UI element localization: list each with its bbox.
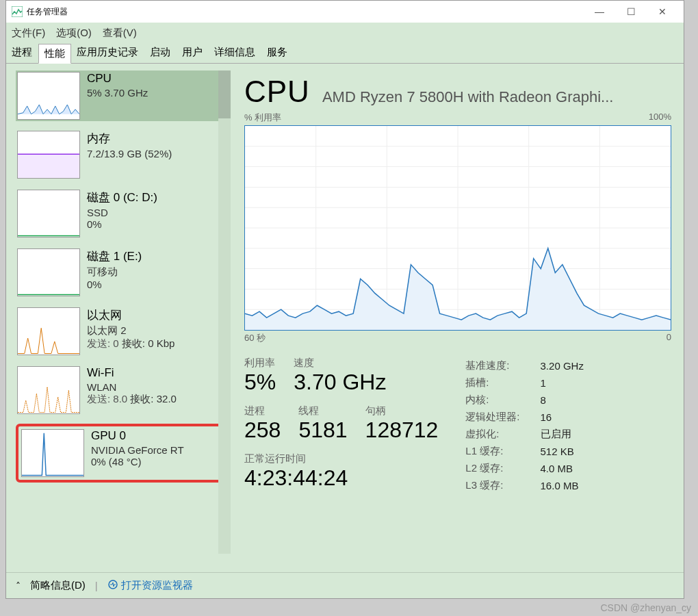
disk-thumb-chart — [17, 190, 80, 238]
menu-options[interactable]: 选项(O) — [56, 27, 92, 40]
window-title: 任务管理器 — [27, 6, 68, 18]
stat-uptime: 4:23:44:24 — [244, 465, 438, 491]
card-title: 磁盘 1 (E:) — [87, 248, 224, 264]
info-row: L2 缓存:4.0 MB — [465, 461, 589, 476]
gpu-thumb-chart — [21, 429, 84, 477]
task-manager-window: 任务管理器 — ☐ ✕ 文件(F) 选项(O) 查看(V) 进程 性能 应用历史… — [5, 0, 684, 599]
stat-handles: 128712 — [365, 418, 439, 443]
net-thumb-chart — [17, 366, 80, 414]
sidebar-item-gpu-0[interactable]: GPU 0 NVIDIA GeForce RT 0% (48 °C) — [16, 424, 225, 483]
stat-threads: 5181 — [298, 418, 347, 443]
tab-processes[interactable]: 进程 — [6, 43, 38, 63]
card-title: GPU 0 — [91, 429, 220, 443]
sidebar-item-disk-1[interactable]: 磁盘 1 (E:) 可移动 0% — [16, 247, 225, 298]
stat-speed: 3.70 GHz — [294, 370, 386, 395]
content: CPU 5% 3.70 GHz 内存 7.2/13.9 GB (52%) 磁盘 … — [6, 64, 684, 572]
app-icon — [12, 6, 23, 17]
chart-label-bottom-right: 0 — [667, 332, 671, 344]
cpu-thumb-chart — [17, 72, 80, 120]
card-sub2: 0% — [87, 218, 224, 230]
info-row: 基准速度:3.20 GHz — [465, 358, 589, 374]
info-row: 虚拟化:已启用 — [465, 426, 589, 442]
info-row: 逻辑处理器:16 — [465, 409, 589, 425]
chevron-up-icon[interactable]: ˄ — [16, 580, 21, 591]
net-thumb-chart — [17, 307, 80, 355]
card-sub: SSD — [87, 207, 224, 218]
sidebar-item-ethernet[interactable]: 以太网 以太网 2 发送: 0 接收: 0 Kbp — [16, 306, 225, 357]
sidebar-scrollbar[interactable] — [218, 70, 231, 554]
info-row: 内核:8 — [465, 392, 589, 408]
stat-label: 正常运行时间 — [244, 452, 438, 465]
card-sub2: 0% (48 °C) — [91, 456, 220, 467]
card-title: Wi-Fi — [87, 366, 224, 380]
card-title: CPU — [87, 72, 224, 86]
sidebar-item-disk-0[interactable]: 磁盘 0 (C: D:) SSD 0% — [16, 188, 225, 239]
stat-label: 句柄 — [365, 405, 439, 418]
titlebar[interactable]: 任务管理器 — ☐ ✕ — [6, 1, 684, 23]
card-sub: 5% 3.70 GHz — [87, 87, 224, 99]
tab-app-history[interactable]: 应用历史记录 — [71, 43, 144, 63]
footer: ˄ 简略信息(D) | 打开资源监视器 — [6, 572, 684, 598]
sidebar: CPU 5% 3.70 GHz 内存 7.2/13.9 GB (52%) 磁盘 … — [6, 64, 232, 572]
tab-users[interactable]: 用户 — [177, 43, 209, 63]
open-resource-monitor[interactable]: 打开资源监视器 — [107, 579, 193, 592]
watermark: CSDN @zhenyan_cy — [601, 602, 692, 613]
minimize-button[interactable]: — — [584, 1, 615, 23]
svg-rect-1 — [18, 154, 79, 178]
stat-utilization: 5% — [244, 370, 276, 395]
info-row: L3 缓存:16.0 MB — [465, 478, 589, 493]
stat-label: 线程 — [298, 405, 347, 418]
chart-label-top-right: 100% — [649, 112, 671, 124]
menu-file[interactable]: 文件(F) — [12, 27, 45, 40]
main-subtitle: AMD Ryzen 7 5800H with Radeon Graphi... — [322, 88, 671, 106]
menu-view[interactable]: 查看(V) — [103, 27, 137, 40]
tab-performance[interactable]: 性能 — [38, 44, 71, 64]
stat-processes: 258 — [244, 418, 281, 443]
card-sub: NVIDIA GeForce RT — [91, 444, 220, 456]
sidebar-item-memory[interactable]: 内存 7.2/13.9 GB (52%) — [16, 129, 225, 180]
tabbar: 进程 性能 应用历史记录 启动 用户 详细信息 服务 — [6, 43, 684, 64]
tab-startup[interactable]: 启动 — [144, 43, 177, 63]
stat-label: 速度 — [294, 357, 386, 370]
chart-label-bottom-left: 60 秒 — [244, 332, 266, 344]
card-sub: 可移动 — [87, 266, 224, 279]
stat-label: 进程 — [244, 405, 281, 418]
cpu-info-table: 基准速度:3.20 GHz插槽:1内核:8逻辑处理器:16虚拟化:已启用L1 缓… — [464, 357, 591, 495]
tab-services[interactable]: 服务 — [261, 43, 294, 63]
sidebar-item-cpu[interactable]: CPU 5% 3.70 GHz — [16, 70, 225, 121]
card-sub2: 0% — [87, 279, 224, 290]
brief-info-button[interactable]: 简略信息(D) — [30, 579, 86, 592]
sidebar-item-wifi[interactable]: Wi-Fi WLAN 发送: 8.0 接收: 32.0 — [16, 365, 225, 415]
memory-thumb-chart — [17, 131, 80, 179]
card-sub: 7.2/13.9 GB (52%) — [87, 148, 224, 159]
maximize-button[interactable]: ☐ — [615, 1, 647, 23]
main-panel: CPU AMD Ryzen 7 5800H with Radeon Graphi… — [232, 64, 684, 572]
card-title: 内存 — [87, 131, 224, 146]
close-button[interactable]: ✕ — [647, 1, 678, 23]
card-title: 磁盘 0 (C: D:) — [87, 190, 224, 205]
monitor-icon — [107, 579, 118, 592]
main-title: CPU — [244, 75, 310, 109]
disk-thumb-chart — [17, 248, 80, 296]
info-row: 插槽:1 — [465, 375, 589, 391]
card-sub: 以太网 2 — [87, 324, 224, 337]
stat-label: 利用率 — [244, 357, 276, 370]
menubar: 文件(F) 选项(O) 查看(V) — [6, 23, 684, 43]
card-title: 以太网 — [87, 307, 224, 323]
cpu-usage-chart — [244, 125, 671, 331]
card-sub: WLAN — [87, 381, 224, 393]
info-row: L1 缓存:512 KB — [465, 444, 589, 459]
tab-details[interactable]: 详细信息 — [209, 43, 261, 63]
chart-label-top-left: % 利用率 — [244, 112, 281, 124]
